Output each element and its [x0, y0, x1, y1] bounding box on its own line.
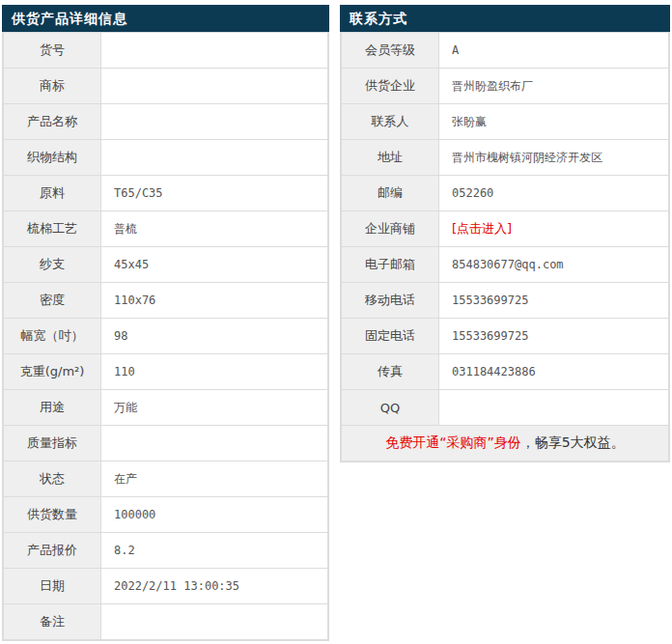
- row-label: 产品名称: [4, 104, 101, 140]
- table-row: 状态在产: [4, 462, 328, 497]
- row-value: 110: [101, 354, 328, 390]
- row-label: 企业商铺: [342, 211, 439, 247]
- row-value: 在产: [101, 462, 328, 497]
- row-label: 织物结构: [4, 140, 101, 176]
- promo-link[interactable]: 免费开通“采购商”身份: [385, 434, 521, 450]
- row-value: [101, 69, 328, 104]
- row-value: 万能: [101, 390, 328, 426]
- promo-text: ，畅享5大权益。: [521, 434, 625, 450]
- row-label: 地址: [342, 140, 439, 176]
- page: 供货产品详细信息 货号商标产品名称织物结构原料T65/C35梳棉工艺普梳纱支45…: [0, 0, 672, 641]
- row-label: 克重(g/m²): [4, 354, 101, 390]
- table-row: 地址晋州市槐树镇河阴经济开发区: [342, 140, 669, 176]
- row-value: 15533699725: [439, 319, 669, 354]
- table-row: 供货企业晋州盼盈织布厂: [342, 69, 669, 104]
- table-row: QQ: [342, 390, 669, 426]
- table-row: 备注: [4, 604, 328, 640]
- row-value: 2022/2/11 13:00:35: [101, 569, 328, 604]
- contact-table: 会员等级A供货企业晋州盼盈织布厂联系人张盼赢地址晋州市槐树镇河阴经济开发区邮编0…: [341, 32, 669, 462]
- table-row: 固定电话15533699725: [342, 319, 669, 354]
- row-label: 联系人: [342, 104, 439, 140]
- row-value: 8.2: [101, 533, 328, 569]
- row-value: [101, 604, 328, 640]
- row-value: [101, 426, 328, 462]
- table-row: 货号: [4, 33, 328, 69]
- contact-panel: 联系方式 会员等级A供货企业晋州盼盈织布厂联系人张盼赢地址晋州市槐树镇河阴经济开…: [340, 5, 670, 462]
- row-value: A: [439, 33, 669, 69]
- table-row: 原料T65/C35: [4, 176, 328, 211]
- promo-cell: 免费开通“采购商”身份，畅享5大权益。: [342, 426, 669, 462]
- table-row: 纱支45x45: [4, 247, 328, 283]
- table-row: 梳棉工艺普梳: [4, 211, 328, 247]
- row-value: 45x45: [101, 247, 328, 283]
- table-row: 传真031184423886: [342, 354, 669, 390]
- table-row: 邮编052260: [342, 176, 669, 211]
- shop-enter-link[interactable]: [点击进入]: [439, 211, 669, 247]
- contact-title: 联系方式: [340, 5, 670, 32]
- row-value: [101, 104, 328, 140]
- table-row: 电子邮箱854830677@qq.com: [342, 247, 669, 283]
- row-label: 状态: [4, 462, 101, 497]
- row-label: 质量指标: [4, 426, 101, 462]
- table-row: 密度110x76: [4, 283, 328, 319]
- table-row: 商标: [4, 69, 328, 104]
- table-row: 企业商铺[点击进入]: [342, 211, 669, 247]
- row-label: QQ: [342, 390, 439, 426]
- product-detail-title: 供货产品详细信息: [2, 5, 329, 32]
- product-detail-table: 货号商标产品名称织物结构原料T65/C35梳棉工艺普梳纱支45x45密度110x…: [3, 32, 328, 640]
- row-label: 货号: [4, 33, 101, 69]
- row-value: 052260: [439, 176, 669, 211]
- row-label: 会员等级: [342, 33, 439, 69]
- product-detail-rows: 货号商标产品名称织物结构原料T65/C35梳棉工艺普梳纱支45x45密度110x…: [4, 33, 328, 640]
- table-row: 移动电话15533699725: [342, 283, 669, 319]
- row-value: 110x76: [101, 283, 328, 319]
- row-value: 普梳: [101, 211, 328, 247]
- row-label: 供货企业: [342, 69, 439, 104]
- contact-rows: 会员等级A供货企业晋州盼盈织布厂联系人张盼赢地址晋州市槐树镇河阴经济开发区邮编0…: [342, 33, 669, 426]
- row-label: 用途: [4, 390, 101, 426]
- table-row: 产品报价8.2: [4, 533, 328, 569]
- table-row: 会员等级A: [342, 33, 669, 69]
- row-value: T65/C35: [101, 176, 328, 211]
- row-label: 幅宽（吋）: [4, 319, 101, 354]
- row-value: 854830677@qq.com: [439, 247, 669, 283]
- row-label: 密度: [4, 283, 101, 319]
- row-value: 031184423886: [439, 354, 669, 390]
- row-value: 晋州盼盈织布厂: [439, 69, 669, 104]
- row-label: 移动电话: [342, 283, 439, 319]
- table-row: 产品名称: [4, 104, 328, 140]
- row-label: 电子邮箱: [342, 247, 439, 283]
- table-row: 日期2022/2/11 13:00:35: [4, 569, 328, 604]
- row-label: 固定电话: [342, 319, 439, 354]
- row-value: [101, 140, 328, 176]
- row-label: 产品报价: [4, 533, 101, 569]
- promo-row: 免费开通“采购商”身份，畅享5大权益。: [342, 426, 669, 462]
- table-row: 联系人张盼赢: [342, 104, 669, 140]
- row-label: 日期: [4, 569, 101, 604]
- table-row: 织物结构: [4, 140, 328, 176]
- table-row: 质量指标: [4, 426, 328, 462]
- row-label: 传真: [342, 354, 439, 390]
- row-value: 15533699725: [439, 283, 669, 319]
- row-value: 晋州市槐树镇河阴经济开发区: [439, 140, 669, 176]
- row-value: 100000: [101, 497, 328, 533]
- row-value: 98: [101, 319, 328, 354]
- row-label: 供货数量: [4, 497, 101, 533]
- row-value: [101, 33, 328, 69]
- row-label: 梳棉工艺: [4, 211, 101, 247]
- row-label: 备注: [4, 604, 101, 640]
- product-detail-panel: 供货产品详细信息 货号商标产品名称织物结构原料T65/C35梳棉工艺普梳纱支45…: [2, 5, 329, 641]
- row-label: 商标: [4, 69, 101, 104]
- row-label: 邮编: [342, 176, 439, 211]
- table-row: 幅宽（吋）98: [4, 319, 328, 354]
- row-value: 张盼赢: [439, 104, 669, 140]
- row-label: 纱支: [4, 247, 101, 283]
- table-row: 用途万能: [4, 390, 328, 426]
- row-value: [439, 390, 669, 426]
- row-label: 原料: [4, 176, 101, 211]
- table-row: 克重(g/m²)110: [4, 354, 328, 390]
- table-row: 供货数量100000: [4, 497, 328, 533]
